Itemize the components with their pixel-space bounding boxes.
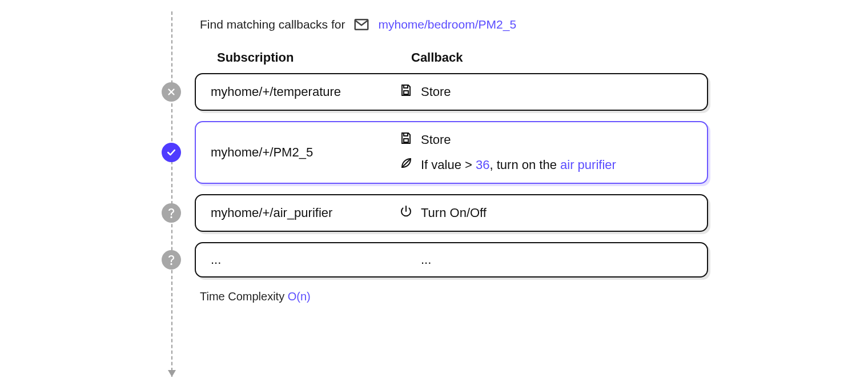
save-icon (399, 83, 413, 100)
subscription-text: ... (211, 252, 399, 267)
callback-line: Turn On/Off (399, 204, 692, 222)
subscription-text: myhome/+/temperature (211, 85, 399, 99)
table-row: ... ... (160, 242, 708, 278)
subscription-text: myhome/+/PM2_5 (211, 145, 399, 160)
status-match-icon (162, 143, 181, 162)
cb-value: 36 (476, 158, 489, 172)
svg-rect-2 (404, 139, 408, 142)
footer-label: Time Complexity (200, 290, 288, 303)
callback-text: If value > 36, turn on the air purifier (421, 158, 616, 172)
cb-mid: , turn on the (490, 158, 561, 172)
header-prefix: Find matching callbacks for (200, 18, 345, 31)
svg-rect-1 (404, 91, 408, 94)
column-headers: Subscription Callback (217, 50, 708, 65)
callback-text: Store (421, 85, 451, 99)
callback-line: Store (399, 83, 692, 100)
status-no-icon (162, 82, 181, 102)
cb-link: air purifier (560, 158, 616, 172)
table-row: myhome/+/temperature Store (160, 73, 708, 111)
envelope-icon (353, 16, 370, 33)
subscription-card: myhome/+/air_purifier Turn On/Off (195, 194, 708, 232)
table-row: myhome/+/PM2_5 Store (160, 121, 708, 184)
footer-bigo: O(n) (288, 290, 311, 303)
leaf-icon (399, 156, 413, 174)
footer: Time Complexity O(n) (200, 290, 708, 303)
subscription-card-match: myhome/+/PM2_5 Store (195, 121, 708, 184)
status-pending-icon (162, 203, 181, 223)
table-row: myhome/+/air_purifier Turn On/Off (160, 194, 708, 232)
callback-line: If value > 36, turn on the air purifier (399, 156, 692, 174)
subscription-card: myhome/+/temperature Store (195, 73, 708, 111)
header-topic: myhome/bedroom/PM2_5 (378, 18, 516, 31)
save-icon (399, 131, 413, 148)
power-icon (399, 204, 413, 222)
header: Find matching callbacks for myhome/bedro… (200, 16, 708, 33)
col-callback: Callback (411, 50, 708, 65)
arrow-down-icon (168, 370, 176, 377)
subscription-card: ... ... (195, 242, 708, 278)
callback-line: Store (399, 131, 692, 148)
col-subscription: Subscription (217, 50, 411, 65)
callback-line: ... (399, 252, 692, 267)
subscription-text: myhome/+/air_purifier (211, 206, 399, 220)
callback-text: Store (421, 132, 451, 147)
status-pending-icon (162, 250, 181, 270)
callback-text: Turn On/Off (421, 206, 487, 220)
cb-prefix: If value > (421, 158, 476, 172)
callback-text: ... (421, 252, 431, 267)
